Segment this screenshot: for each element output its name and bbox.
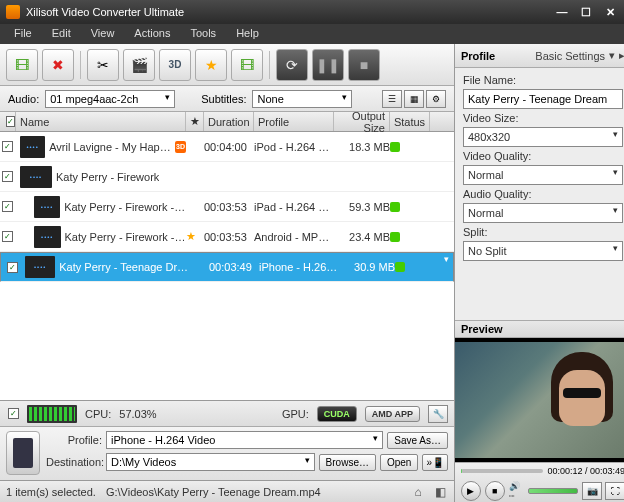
saveas-button[interactable]: Save As… bbox=[387, 432, 448, 449]
3d-button[interactable]: 3D bbox=[159, 49, 191, 81]
expand-icon[interactable]: ▸ bbox=[619, 49, 624, 62]
split-select[interactable]: No Split bbox=[463, 241, 623, 261]
stop-preview-button[interactable]: ■ bbox=[485, 481, 505, 501]
row-output: 59.3 MB bbox=[334, 201, 390, 213]
menu-help[interactable]: Help bbox=[226, 24, 269, 44]
row-checkbox[interactable]: ✓ bbox=[2, 141, 13, 152]
col-output[interactable]: Output Size bbox=[334, 112, 390, 131]
subtitles-label: Subtitles: bbox=[201, 93, 246, 105]
row-checkbox[interactable]: ✓ bbox=[2, 171, 13, 182]
col-star[interactable]: ★ bbox=[186, 112, 204, 131]
col-duration[interactable]: Duration bbox=[204, 112, 254, 131]
stop-button[interactable]: ■ bbox=[348, 49, 380, 81]
3d-badge: 3D bbox=[175, 141, 186, 153]
videosize-select[interactable]: 480x320 bbox=[463, 127, 623, 147]
col-status[interactable]: Status bbox=[390, 112, 430, 131]
row-output: 30.9 MB bbox=[339, 261, 395, 273]
row-duration: 00:03:49 bbox=[209, 261, 259, 273]
row-profile: iPod - H.264 Video bbox=[254, 141, 334, 153]
close-button[interactable]: ✕ bbox=[602, 4, 618, 20]
row-checkbox[interactable]: ✓ bbox=[7, 262, 18, 273]
row-name: Avril Lavigne - My Happy Ending bbox=[49, 141, 175, 153]
remove-button[interactable]: ✖ bbox=[42, 49, 74, 81]
skin-icon[interactable]: ◧ bbox=[432, 484, 448, 500]
menu-file[interactable]: File bbox=[4, 24, 42, 44]
cuda-button[interactable]: CUDA bbox=[317, 406, 357, 422]
menu-tools[interactable]: Tools bbox=[180, 24, 226, 44]
status-dot bbox=[390, 142, 400, 152]
volume-slider[interactable] bbox=[528, 488, 578, 494]
play-button[interactable]: ▶ bbox=[461, 481, 481, 501]
row-name: Katy Perry - Firework - Andr… bbox=[65, 231, 187, 243]
col-profile[interactable]: Profile bbox=[254, 112, 334, 131]
clip-button[interactable]: ✂ bbox=[87, 49, 119, 81]
merge-button[interactable]: 🎞 bbox=[231, 49, 263, 81]
col-name[interactable]: Name bbox=[16, 112, 186, 131]
preview-area[interactable] bbox=[455, 338, 624, 462]
audio-select[interactable]: 01 mpeg4aac-2ch bbox=[45, 90, 175, 108]
filename-input[interactable] bbox=[463, 89, 623, 109]
snapshot-button[interactable]: 📷 bbox=[582, 482, 602, 500]
thumbnail-icon: •••• bbox=[34, 226, 61, 248]
subtitles-select[interactable]: None bbox=[252, 90, 352, 108]
row-output: 23.4 MB bbox=[334, 231, 390, 243]
pause-button[interactable]: ❚❚ bbox=[312, 49, 344, 81]
seek-slider[interactable] bbox=[461, 469, 543, 473]
row-duration: 00:03:53 bbox=[204, 201, 254, 213]
snapshot-icon[interactable]: ⌂ bbox=[410, 484, 426, 500]
table-row[interactable]: ✓••••Katy Perry - Firework bbox=[0, 162, 454, 192]
thumbnail-icon: •••• bbox=[20, 166, 52, 188]
edit-button[interactable]: 🎬 bbox=[123, 49, 155, 81]
row-profile: iPad - H.264 Video bbox=[254, 201, 334, 213]
maximize-button[interactable]: ☐ bbox=[578, 4, 594, 20]
toolbar: 🎞 ✖ ✂ 🎬 3D ★ 🎞 ⟳ ❚❚ ■ bbox=[0, 44, 454, 86]
fullscreen-button[interactable]: ⛶ bbox=[605, 482, 624, 500]
destination-label: Destination: bbox=[46, 456, 102, 468]
filename-label: File Name: bbox=[463, 74, 623, 86]
open-button[interactable]: Open bbox=[380, 454, 418, 471]
audioquality-select[interactable]: Normal bbox=[463, 203, 623, 223]
columns-button[interactable]: ⚙ bbox=[426, 90, 446, 108]
menu-bar: File Edit View Actions Tools Help bbox=[0, 24, 624, 44]
cpu-value: 57.03% bbox=[119, 408, 156, 420]
wave-checkbox[interactable]: ✓ bbox=[8, 408, 19, 419]
destination-select[interactable]: D:\My Videos bbox=[106, 453, 315, 471]
audioquality-label: Audio Quality: bbox=[463, 188, 623, 200]
basic-settings-link[interactable]: Basic Settings bbox=[535, 50, 605, 62]
gpu-settings-button[interactable]: 🔧 bbox=[428, 405, 448, 423]
transfer-button[interactable]: »📱 bbox=[422, 454, 448, 471]
device-icon bbox=[6, 431, 40, 475]
checkall-checkbox[interactable]: ✓ bbox=[6, 116, 15, 127]
table-row[interactable]: ✓••••Avril Lavigne - My Happy Ending3D00… bbox=[0, 132, 454, 162]
status-dot bbox=[390, 202, 400, 212]
status-dot bbox=[395, 262, 405, 272]
star-icon[interactable]: ★ bbox=[186, 230, 196, 242]
menu-edit[interactable]: Edit bbox=[42, 24, 81, 44]
thumbnail-icon: •••• bbox=[34, 196, 60, 218]
volume-icon[interactable]: 🔊┉ bbox=[509, 481, 525, 501]
row-checkbox[interactable]: ✓ bbox=[2, 201, 13, 212]
add-file-button[interactable]: 🎞 bbox=[6, 49, 38, 81]
browse-button[interactable]: Browse… bbox=[319, 454, 376, 471]
table-row[interactable]: ✓••••Katy Perry - Teenage Dream00:03:49i… bbox=[0, 252, 454, 282]
convert-button[interactable]: ⟳ bbox=[276, 49, 308, 81]
chevron-down-icon[interactable]: ▾ bbox=[609, 49, 615, 62]
row-name: Katy Perry - Teenage Dream bbox=[59, 261, 191, 273]
menu-actions[interactable]: Actions bbox=[124, 24, 180, 44]
table-row[interactable]: ✓••••Katy Perry - Firework - Andr…★00:03… bbox=[0, 222, 454, 252]
view-thumb-button[interactable]: ▦ bbox=[404, 90, 424, 108]
profile-select[interactable]: iPhone - H.264 Video bbox=[106, 431, 383, 449]
row-checkbox[interactable]: ✓ bbox=[2, 231, 13, 242]
videoquality-label: Video Quality: bbox=[463, 150, 623, 162]
time-display: 00:00:12 / 00:03:49 bbox=[547, 466, 624, 476]
menu-view[interactable]: View bbox=[81, 24, 125, 44]
amdapp-button[interactable]: AMD APP bbox=[365, 406, 420, 422]
minimize-button[interactable]: — bbox=[554, 4, 570, 20]
status-path: G:\Videos\Katy Perry - Teenage Dream.mp4 bbox=[106, 486, 321, 498]
table-row[interactable]: ✓••••Katy Perry - Firework - iPad …00:03… bbox=[0, 192, 454, 222]
effects-button[interactable]: ★ bbox=[195, 49, 227, 81]
videoquality-select[interactable]: Normal bbox=[463, 165, 623, 185]
view-list-button[interactable]: ☰ bbox=[382, 90, 402, 108]
videosize-label: Video Size: bbox=[463, 112, 623, 124]
split-label: Split: bbox=[463, 226, 623, 238]
